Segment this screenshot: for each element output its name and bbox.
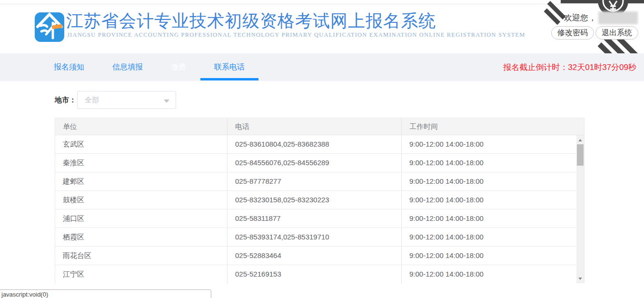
cell-unit: 建邺区 [55,172,228,190]
welcome-text: 欢迎您， [564,12,596,23]
city-filter-label: 地市： [55,96,76,105]
cell-phone: 025-52169153 [228,265,402,284]
city-select[interactable]: 全部 [77,91,176,109]
user-name-redacted [598,11,638,24]
cell-phone: 025-87778277 [228,172,402,190]
table-header: 单位 电话 工作时间 [55,118,584,135]
cell-hours: 9:00-12:00 14:00-18:00 [402,209,577,228]
cell-phone: 025-84556076,025-84556289 [228,154,402,172]
countdown-value: 32天01时37分09秒 [568,62,636,73]
cell-unit: 江宁区 [55,265,228,284]
cell-phone: 025-83610804,025-83682388 [228,135,402,153]
registration-countdown: 报名截止倒计时：32天01时37分09秒 [503,53,636,81]
scrollbar-thumb[interactable] [577,144,584,166]
table-body: 玄武区 025-83610804,025-83682388 9:00-12:00… [55,135,577,284]
countdown-prefix: 报名截止倒计时： [503,62,568,73]
tab-payment: 缴费 [171,53,186,81]
cell-unit: 鼓楼区 [55,191,228,209]
browser-status-bubble: javascript:void(0) [0,289,211,298]
col-header-unit: 单位 [55,118,228,135]
table-row: 栖霞区 025-85393174,025-85319710 9:00-12:00… [55,228,577,247]
col-header-phone: 电话 [228,118,402,135]
cell-hours: 9:00-12:00 14:00-18:00 [402,265,577,284]
scroll-down-arrow-icon[interactable] [576,275,584,282]
nav-tabs: 报名须知 信息填报 缴费 联系电话 [54,53,273,81]
cell-hours: 9:00-12:00 14:00-18:00 [402,191,577,209]
table-scrollbar[interactable] [576,135,584,283]
cell-hours: 9:00-12:00 14:00-18:00 [402,154,577,172]
table-row: 秦淮区 025-84556076,025-84556289 9:00-12:00… [55,154,577,172]
cell-phone: 025-83230158,025-83230223 [228,191,402,209]
cell-unit: 栖霞区 [55,228,228,246]
table-row: 江宁区 025-52169153 9:00-12:00 14:00-18:00 [55,265,577,284]
table-row: 鼓楼区 025-83230158,025-83230223 9:00-12:00… [55,191,577,209]
chevron-down-icon [164,99,169,103]
col-header-hours: 工作时间 [402,118,577,135]
table-row: 建邺区 025-87778277 9:00-12:00 14:00-18:00 [55,172,577,191]
header: 江苏省会计专业技术初级资格考试网上报名系统 JIANGSU PROVINCE A… [0,4,644,53]
site-title: 江苏省会计专业技术初级资格考试网上报名系统 [66,10,436,33]
cell-phone: 025-85393174,025-85319710 [228,228,402,246]
accounting-logo-icon [35,12,64,42]
tab-registration-notice[interactable]: 报名须知 [54,53,84,81]
cell-phone: 025-58311877 [228,209,402,228]
cell-unit: 雨花台区 [55,247,228,265]
table-row: 玄武区 025-83610804,025-83682388 9:00-12:00… [55,135,577,154]
logout-button[interactable]: 退出系统 [595,26,638,40]
cell-hours: 9:00-12:00 14:00-18:00 [402,135,577,153]
contacts-table: 单位 电话 工作时间 玄武区 025-83610804,025-83682388… [55,118,585,283]
change-password-button[interactable]: 修改密码 [551,26,594,40]
site-subtitle: JIANGSU PROVINCE ACCOUNTING PROFESSIONAL… [67,31,525,39]
cell-hours: 9:00-12:00 14:00-18:00 [402,172,577,190]
scroll-up-arrow-icon[interactable] [576,136,584,144]
tab-contact-phone[interactable]: 联系电话 [214,53,245,81]
table-row: 雨花台区 025-52883464 9:00-12:00 14:00-18:00 [55,247,577,265]
nav-bar: 报名须知 信息填报 缴费 联系电话 报名截止倒计时：32天01时37分09秒 [0,53,644,81]
cell-unit: 玄武区 [55,135,228,153]
cell-hours: 9:00-12:00 14:00-18:00 [402,228,577,246]
tab-information-filling[interactable]: 信息填报 [112,53,143,81]
cell-phone: 025-52883464 [228,247,402,265]
cell-hours: 9:00-12:00 14:00-18:00 [402,247,577,265]
cell-unit: 浦口区 [55,209,228,228]
city-select-value: 全部 [85,96,99,105]
table-row: 浦口区 025-58311877 9:00-12:00 14:00-18:00 [55,209,577,228]
cell-unit: 秦淮区 [55,154,228,172]
page: 江苏省会计专业技术初级资格考试网上报名系统 JIANGSU PROVINCE A… [0,0,644,298]
